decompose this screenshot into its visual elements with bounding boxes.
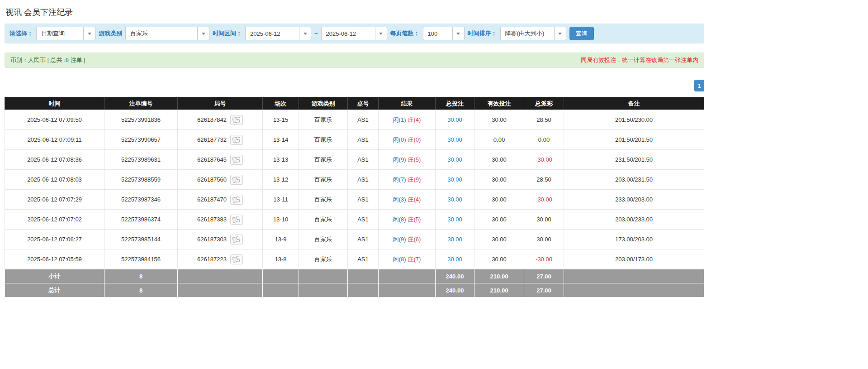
subtotal-valid-bet: 210.00 xyxy=(474,269,524,283)
bet-id-cell: 522573986374 xyxy=(104,210,178,230)
table-row: 2025-06-12 07:05:59 522573984156 6261872… xyxy=(5,249,704,269)
total-count: 8 xyxy=(104,283,178,297)
valid-bet-cell: 30.00 xyxy=(474,150,524,170)
sort-order-select[interactable]: 降幂(由大到小) xyxy=(500,27,566,40)
table-no-cell: AS1 xyxy=(348,170,379,190)
player-result: 闲(3) xyxy=(393,196,406,203)
total-bet-link[interactable]: 30.00 xyxy=(447,216,462,223)
payout-cell: -30.00 xyxy=(524,150,564,170)
valid-bet-cell: 30.00 xyxy=(474,190,524,210)
banker-result: 庄(7) xyxy=(408,256,421,263)
note-cell: 203.00/233.00 xyxy=(564,210,704,230)
footer-empty-cell xyxy=(178,283,263,297)
player-result: 闲(9) xyxy=(393,156,406,163)
footer-empty-cell xyxy=(299,283,348,297)
table-no-cell: AS1 xyxy=(348,130,379,150)
total-bet-link[interactable]: 30.00 xyxy=(447,116,462,123)
per-page-label: 每页笔数： xyxy=(390,29,420,38)
chevron-down-icon[interactable] xyxy=(554,27,566,40)
chevron-down-icon[interactable] xyxy=(375,27,387,40)
result-cell: 闲(0)庄(0) xyxy=(379,130,436,150)
payout-cell: -30.00 xyxy=(524,190,564,210)
view-cards-icon[interactable] xyxy=(230,155,243,165)
round-cell: 626187732 xyxy=(178,130,263,150)
view-cards-icon[interactable] xyxy=(230,135,243,145)
result-cell: 闲(3)庄(4) xyxy=(379,190,436,210)
header-game-type: 游戏类别 xyxy=(299,97,348,110)
payout-cell: 28.50 xyxy=(524,170,564,190)
time-cell: 2025-06-12 07:08:36 xyxy=(5,150,104,170)
total-bet-cell: 30.00 xyxy=(436,190,474,210)
total-bet-link[interactable]: 30.00 xyxy=(447,236,462,243)
view-cards-icon[interactable] xyxy=(230,175,243,185)
table-no-cell: AS1 xyxy=(348,150,379,170)
date-to-select[interactable]: 2025-06-12 xyxy=(321,27,387,40)
game-type-select[interactable]: 百家乐 xyxy=(125,27,209,40)
view-cards-icon[interactable] xyxy=(230,195,243,205)
chevron-down-icon[interactable] xyxy=(452,27,465,40)
per-page-select[interactable]: 100 xyxy=(423,27,465,40)
table-no-cell: AS1 xyxy=(348,190,379,210)
game-type-cell: 百家乐 xyxy=(299,249,348,269)
view-cards-icon[interactable] xyxy=(230,215,243,225)
result-cell: 闲(9)庄(6) xyxy=(379,230,436,249)
bet-id-cell: 522573991836 xyxy=(104,110,178,130)
header-session: 场次 xyxy=(263,97,299,110)
chevron-down-icon[interactable] xyxy=(299,27,311,40)
game-type-label: 游戏类别 xyxy=(99,29,122,38)
date-to-value: 2025-06-12 xyxy=(321,27,375,40)
valid-bet-cell: 30.00 xyxy=(474,249,524,269)
round-cell: 626187383 xyxy=(178,210,263,230)
session-cell: 13-8 xyxy=(263,249,299,269)
round-id-text: 626187223 xyxy=(197,256,227,263)
table-row: 2025-06-12 07:07:02 522573986374 6261873… xyxy=(5,210,704,230)
total-bet-link[interactable]: 30.00 xyxy=(447,196,462,203)
total-bet-cell: 30.00 xyxy=(436,150,474,170)
sort-order-value: 降幂(由大到小) xyxy=(500,27,554,40)
view-cards-icon[interactable] xyxy=(230,254,243,264)
subtotal-total-bet: 240.00 xyxy=(436,269,474,283)
time-cell: 2025-06-12 07:06:27 xyxy=(5,230,104,249)
table-row: 2025-06-12 07:06:27 522573985144 6261873… xyxy=(5,230,704,249)
view-cards-icon[interactable] xyxy=(230,115,243,125)
mode-select[interactable]: 日期查询 xyxy=(36,27,95,40)
valid-bet-cell: 0.00 xyxy=(474,130,524,150)
total-bet-link[interactable]: 30.00 xyxy=(447,176,462,183)
search-button[interactable]: 查询 xyxy=(569,27,594,40)
time-cell: 2025-06-12 07:07:02 xyxy=(5,210,104,230)
payout-cell: 30.00 xyxy=(524,230,564,249)
bet-id-cell: 522573984156 xyxy=(104,249,178,269)
footer-empty-cell xyxy=(178,269,263,283)
banker-result: 庄(4) xyxy=(408,196,421,203)
bet-id-cell: 522573985144 xyxy=(104,230,178,249)
total-bet-link[interactable]: 30.00 xyxy=(447,256,462,263)
footer-empty-cell xyxy=(263,269,299,283)
range-tilde: ~ xyxy=(314,30,318,37)
result-cell: 闲(7)庄(9) xyxy=(379,170,436,190)
note-cell: 173.00/203.00 xyxy=(564,230,704,249)
round-id-text: 626187303 xyxy=(197,236,227,243)
total-total-bet: 240.00 xyxy=(436,283,474,297)
note-cell: 233.00/203.00 xyxy=(564,190,704,210)
bet-records-table: 时间 注单编号 局号 场次 游戏类别 桌号 结果 总投注 有效投注 总派彩 备注… xyxy=(5,97,704,297)
total-valid-bet: 210.00 xyxy=(474,283,524,297)
game-type-cell: 百家乐 xyxy=(299,190,348,210)
time-cell: 2025-06-12 07:09:11 xyxy=(5,130,104,150)
view-cards-icon[interactable] xyxy=(230,235,243,244)
round-cell: 626187560 xyxy=(178,170,263,190)
round-cell: 626187223 xyxy=(178,249,263,269)
total-bet-link[interactable]: 30.00 xyxy=(447,156,462,163)
date-from-value: 2025-06-12 xyxy=(245,27,299,40)
footer-empty-cell xyxy=(299,269,348,283)
header-time: 时间 xyxy=(5,97,104,110)
chevron-down-icon[interactable] xyxy=(83,27,95,40)
banker-result: 庄(4) xyxy=(408,116,421,123)
chevron-down-icon[interactable] xyxy=(197,27,209,40)
table-no-cell: AS1 xyxy=(348,210,379,230)
total-bet-link[interactable]: 30.00 xyxy=(447,136,462,143)
result-cell: 闲(8)庄(7) xyxy=(379,249,436,269)
date-from-select[interactable]: 2025-06-12 xyxy=(245,27,311,40)
total-bet-cell: 30.00 xyxy=(436,170,474,190)
page-1-button[interactable]: 1 xyxy=(694,80,704,91)
note-cell: 201.50/230.00 xyxy=(564,110,704,130)
